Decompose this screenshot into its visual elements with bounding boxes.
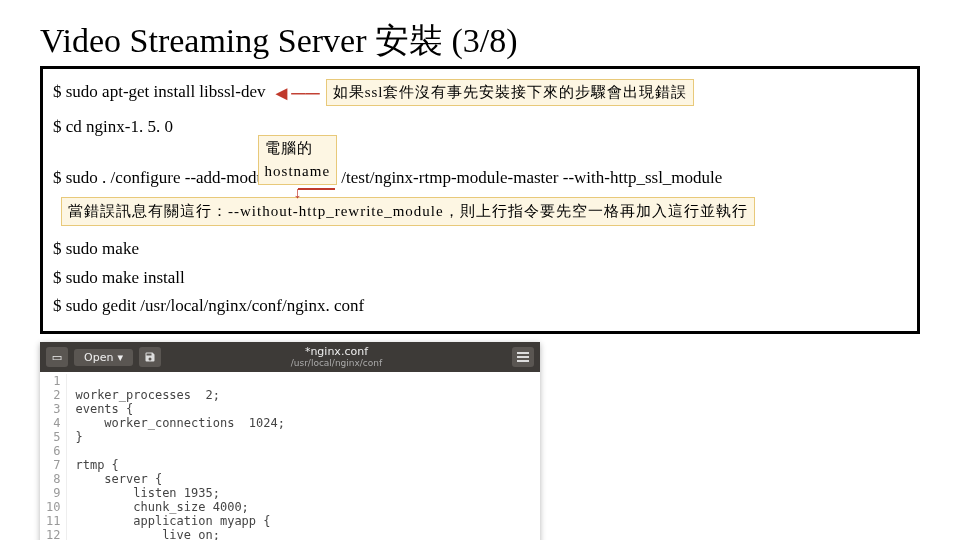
file-path: /usr/local/nginx/conf xyxy=(291,358,382,368)
gedit-window: ▭ Open ▾ *nginx.conf /usr/local/nginx/co… xyxy=(40,342,540,540)
row-make: $ sudo make xyxy=(53,236,907,262)
cmd-install-libssl: $ sudo apt-get install libssl-dev xyxy=(53,79,265,105)
open-label: Open xyxy=(84,351,113,364)
page-title: Video Streaming Server 安裝 (3/8) xyxy=(40,18,920,66)
open-button[interactable]: Open ▾ xyxy=(74,349,133,366)
chevron-down-icon: ▾ xyxy=(117,351,123,364)
gedit-title: *nginx.conf /usr/local/nginx/conf xyxy=(167,346,506,368)
cmd-gedit: $ sudo gedit /usr/local/nginx/conf/nginx… xyxy=(53,293,364,319)
arrow-down-icon: ↓ xyxy=(293,187,301,198)
note-rewrite: 當錯誤訊息有關這行：--without-http_rewrite_module，… xyxy=(61,197,755,226)
cmd-make: $ sudo make xyxy=(53,236,139,262)
row-install-ssl: $ sudo apt-get install libssl-dev ◄── 如果… xyxy=(53,79,907,106)
gedit-header: ▭ Open ▾ *nginx.conf /usr/local/nginx/co… xyxy=(40,342,540,372)
row-configure: $ sudo . /configure --add-module=/ 電腦的ho… xyxy=(53,165,907,191)
new-doc-icon[interactable]: ▭ xyxy=(46,347,68,367)
cmd-configure-pre: $ sudo . /configure --add-module=/ xyxy=(53,165,292,191)
note-ssl: 如果ssl套件沒有事先安裝接下來的步驟會出現錯誤 xyxy=(326,79,695,106)
file-name: nginx.conf xyxy=(310,345,368,358)
row-make-install: $ sudo make install xyxy=(53,265,907,291)
note-hostname: 電腦的hostname xyxy=(258,135,338,186)
line-gutter: 1 2 3 4 5 6 7 8 9 10 11 12 xyxy=(40,374,67,540)
arrow-left-icon: ◄── xyxy=(271,83,319,103)
save-icon[interactable] xyxy=(139,347,161,367)
cmd-cd-nginx: $ cd nginx-1. 5. 0 xyxy=(53,114,173,140)
cmd-configure-post: /test/nginx-rtmp-module-master --with-ht… xyxy=(341,165,722,191)
row-gedit: $ sudo gedit /usr/local/nginx/conf/nginx… xyxy=(53,293,907,319)
commands-box: $ sudo apt-get install libssl-dev ◄── 如果… xyxy=(40,66,920,334)
code-area[interactable]: worker_processes 2; events { worker_conn… xyxy=(67,374,285,540)
gedit-body[interactable]: 1 2 3 4 5 6 7 8 9 10 11 12 worker_proces… xyxy=(40,372,540,540)
row-cd-nginx: $ cd nginx-1. 5. 0 xyxy=(53,114,907,140)
hamburger-icon[interactable] xyxy=(512,347,534,367)
cmd-make-install: $ sudo make install xyxy=(53,265,185,291)
